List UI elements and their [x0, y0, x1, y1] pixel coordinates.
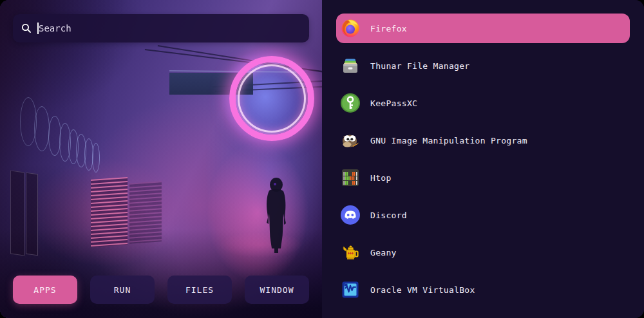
app-label: Htop	[370, 173, 392, 183]
htop-icon	[340, 167, 361, 188]
app-label: Oracle VM VirtualBox	[370, 285, 475, 295]
app-label: Firefox	[370, 24, 407, 33]
tab-label: APPS	[33, 285, 56, 295]
app-row-htop[interactable]: Htop	[336, 163, 630, 192]
search-bar	[13, 14, 309, 42]
app-row-firefox[interactable]: Firefox	[336, 14, 630, 43]
tab-apps[interactable]: APPS	[13, 276, 77, 304]
app-label: Discord	[370, 210, 407, 220]
tab-files[interactable]: FILES	[167, 276, 232, 304]
app-list: Firefox Thunar File Manager KeePassXC	[322, 0, 644, 318]
app-row-discord[interactable]: Discord	[336, 200, 630, 230]
app-row-geany[interactable]: Geany	[336, 238, 630, 267]
app-row-keepassxc[interactable]: KeePassXC	[336, 88, 630, 118]
app-label: Geany	[370, 248, 397, 257]
tab-label: FILES	[185, 285, 214, 295]
app-label: GNU Image Manipulation Program	[370, 136, 527, 145]
left-panel: APPSRUNFILESWINDOW	[0, 0, 322, 318]
text-caret	[37, 23, 39, 34]
discord-icon	[340, 205, 361, 225]
geany-icon	[340, 242, 361, 263]
app-label: KeePassXC	[370, 98, 417, 108]
tab-label: RUN	[114, 285, 131, 295]
gimp-icon	[340, 130, 361, 151]
tab-window[interactable]: WINDOW	[245, 276, 309, 304]
search-icon	[21, 23, 32, 33]
tabs-bar: APPSRUNFILESWINDOW	[13, 276, 309, 304]
app-row-oracle-vm-virtualbox[interactable]: Oracle VM VirtualBox	[336, 275, 630, 304]
tab-label: WINDOW	[260, 285, 294, 295]
search-input[interactable]	[37, 23, 301, 33]
app-row-thunar-file-manager[interactable]: Thunar File Manager	[336, 51, 630, 80]
app-row-gnu-image-manipulation-program[interactable]: GNU Image Manipulation Program	[336, 126, 630, 155]
tab-run[interactable]: RUN	[90, 276, 155, 304]
keepassxc-icon	[340, 93, 361, 113]
virtualbox-icon	[340, 279, 361, 300]
wall-shade-decor	[0, 0, 322, 318]
firefox-icon	[340, 18, 361, 39]
app-label: Thunar File Manager	[370, 61, 469, 71]
thunar-icon	[340, 55, 361, 76]
launcher-window: APPSRUNFILESWINDOW Firefox Thunar F	[0, 0, 644, 318]
